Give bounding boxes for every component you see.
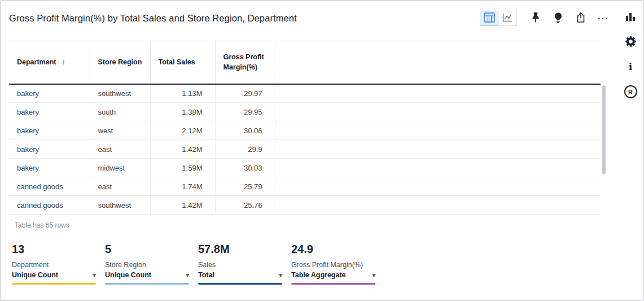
- results-table: Department↑ Store Region Total Sales Gro…: [9, 41, 601, 215]
- card-underline: [198, 283, 282, 285]
- info-button[interactable]: i: [621, 57, 641, 77]
- aggregation-selector[interactable]: Table Aggregate ▾: [291, 271, 375, 279]
- page-title: Gross Profit Margin(%) by Total Sales an…: [9, 13, 297, 24]
- chevron-down-icon: ▾: [186, 272, 189, 279]
- summary-label: Department: [12, 261, 96, 269]
- chart-panel-button[interactable]: [621, 7, 641, 27]
- logo-icon: R: [624, 85, 637, 98]
- header-filler: [275, 41, 601, 84]
- chevron-down-icon: ▾: [372, 272, 375, 279]
- table-view-icon: [484, 12, 495, 24]
- tile-header: Gross Profit Margin(%) by Total Sales an…: [1, 1, 617, 36]
- summary-value: 13: [12, 243, 96, 256]
- table-row[interactable]: canned goods southwest 1.42M 25.76: [9, 196, 601, 215]
- column-header-department[interactable]: Department↑: [9, 41, 90, 84]
- summary-label: Gross Profit Margin(%): [291, 261, 375, 269]
- card-underline: [12, 283, 96, 285]
- pin-button[interactable]: [525, 8, 545, 28]
- table-header-row: Department↑ Store Region Total Sales Gro…: [9, 41, 601, 84]
- card-underline: [291, 283, 375, 285]
- gear-icon: [624, 35, 637, 50]
- table-row[interactable]: bakery east 1.42M 29.9: [9, 140, 601, 159]
- summary-card-sales: 57.8M Sales Total ▾: [198, 243, 282, 285]
- column-header-gross-profit-margin[interactable]: Gross Profit Margin(%): [215, 41, 275, 84]
- answer-tile: Gross Profit Margin(%) by Total Sales an…: [0, 0, 644, 301]
- insights-button[interactable]: [548, 8, 568, 28]
- bar-chart-icon: [625, 11, 636, 24]
- table-row[interactable]: bakery midwest 1.59M 30.03: [9, 159, 601, 177]
- chart-view-icon: [502, 12, 513, 24]
- summary-value: 24.9: [291, 243, 375, 256]
- table-view-button[interactable]: [480, 11, 498, 26]
- column-header-total-sales[interactable]: Total Sales: [150, 41, 215, 84]
- more-options-button[interactable]: ⋯: [593, 8, 613, 28]
- view-toggle: [480, 11, 517, 26]
- chart-view-button[interactable]: [498, 11, 517, 26]
- lightbulb-icon: [553, 12, 563, 25]
- table-row[interactable]: bakery west 2.12M 30.06: [9, 121, 601, 140]
- table-scrollbar[interactable]: [602, 85, 606, 175]
- chevron-down-icon: ▾: [279, 272, 282, 279]
- sort-asc-icon[interactable]: ↑: [62, 58, 65, 66]
- table-row[interactable]: bakery south 1.38M 29.95: [9, 103, 601, 121]
- row-count-note: Table has 65 rows: [15, 221, 69, 229]
- summary-label: Sales: [198, 261, 282, 269]
- column-header-store-region[interactable]: Store Region: [90, 41, 150, 84]
- summary-value: 5: [105, 243, 189, 256]
- summary-card-gross-profit-margin: 24.9 Gross Profit Margin(%) Table Aggreg…: [291, 243, 375, 285]
- aggregation-selector[interactable]: Total ▾: [198, 271, 282, 279]
- summary-card-store-region: 5 Store Region Unique Count ▾: [105, 243, 189, 285]
- card-underline: [105, 283, 189, 285]
- info-icon: i: [629, 62, 632, 72]
- aggregation-selector[interactable]: Unique Count ▾: [105, 271, 189, 279]
- share-icon: [576, 12, 586, 25]
- ellipsis-icon: ⋯: [597, 12, 609, 24]
- brand-logo-button[interactable]: R: [621, 82, 641, 102]
- summary-value: 57.8M: [198, 243, 282, 256]
- table-row[interactable]: canned goods east 1.74M 25.79: [9, 177, 601, 196]
- table-row[interactable]: bakery southwest 1.13M 29.97: [9, 84, 601, 103]
- toolbar: ⋯: [480, 8, 613, 28]
- summary-card-department: 13 Department Unique Count ▾: [12, 243, 96, 285]
- chevron-down-icon: ▾: [93, 272, 96, 279]
- pin-icon: [531, 12, 541, 25]
- summary-label: Store Region: [105, 261, 189, 269]
- share-button[interactable]: [571, 8, 590, 28]
- summary-row: 13 Department Unique Count ▾ 5 Store Reg…: [12, 243, 375, 285]
- aggregation-selector[interactable]: Unique Count ▾: [12, 271, 96, 279]
- side-rail: i R: [617, 1, 643, 300]
- settings-button[interactable]: [621, 32, 641, 52]
